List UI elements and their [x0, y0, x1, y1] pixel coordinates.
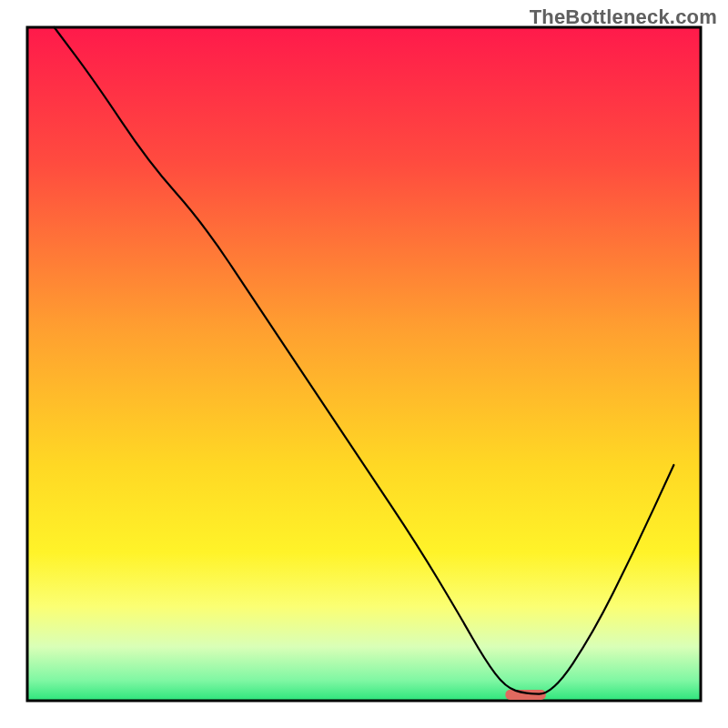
chart-svg — [0, 0, 728, 728]
plot-background — [27, 27, 701, 701]
chart-container: TheBottleneck.com — [0, 0, 728, 728]
watermark-label: TheBottleneck.com — [530, 5, 717, 29]
